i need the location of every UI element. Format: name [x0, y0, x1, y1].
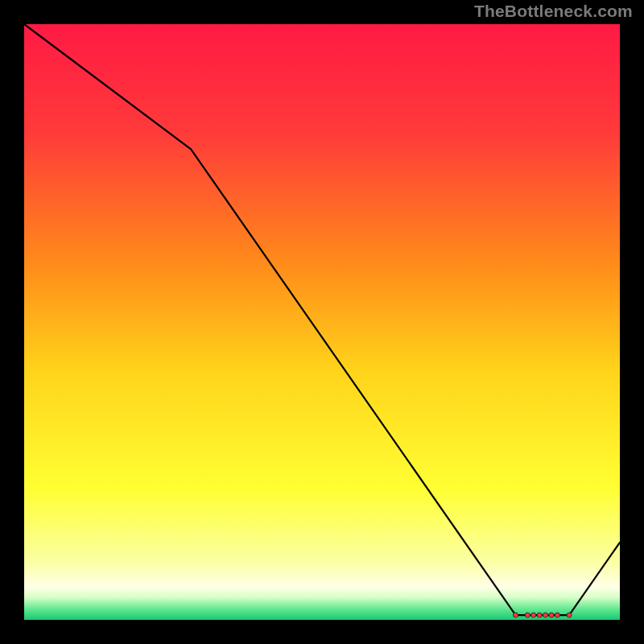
- chart-stage: TheBottleneck.com: [0, 0, 644, 644]
- chart-background: [24, 24, 620, 620]
- series-marker: [531, 613, 536, 617]
- watermark-text: TheBottleneck.com: [474, 2, 633, 21]
- bottleneck-chart: [0, 0, 644, 644]
- series-marker: [555, 613, 559, 617]
- series-marker: [543, 613, 548, 617]
- series-marker: [525, 613, 530, 617]
- series-marker: [514, 613, 518, 617]
- series-marker: [537, 613, 542, 617]
- series-marker: [567, 613, 572, 617]
- series-marker: [549, 613, 554, 617]
